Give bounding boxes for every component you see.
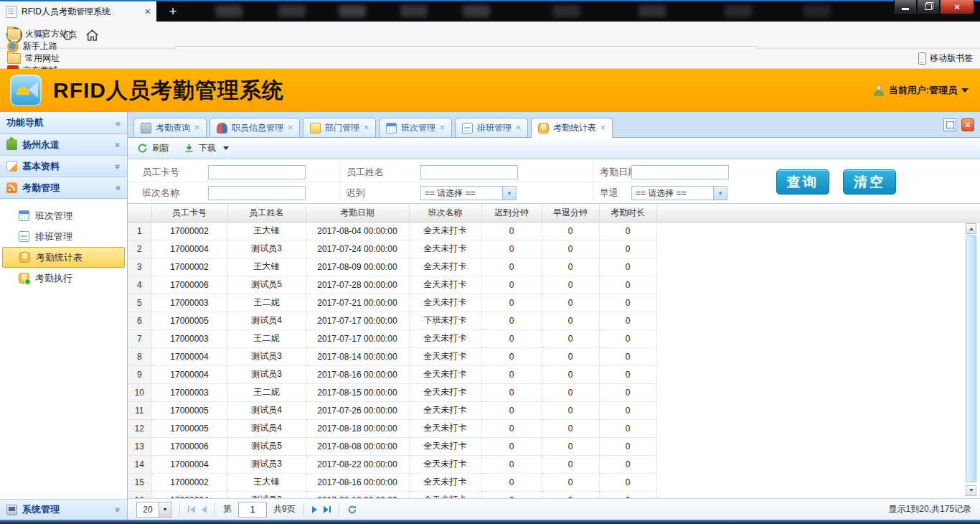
cell-card: 17000003 xyxy=(151,294,227,312)
table-row[interactable]: 10 17000003 王二妮 2017-08-15 00:00:00 全天未打… xyxy=(128,383,980,401)
col-date[interactable]: 考勤日期 xyxy=(306,204,409,222)
cell-rownum: 8 xyxy=(128,347,151,365)
col-dur[interactable]: 考勤时长 xyxy=(599,204,656,222)
vertical-scrollbar[interactable] xyxy=(966,223,976,496)
first-page-button[interactable] xyxy=(188,506,195,513)
table-row[interactable]: 1 17000002 王大锤 2017-08-04 00:00:00 全天未打卡… xyxy=(128,222,980,240)
col-card[interactable]: 员工卡号 xyxy=(151,204,227,222)
date-input[interactable] xyxy=(631,165,729,179)
name-input[interactable] xyxy=(420,165,518,179)
sidebar-item[interactable]: 排班管理 xyxy=(0,226,127,247)
cell-card: 17000004 xyxy=(151,491,227,498)
cell-late: 0 xyxy=(481,258,542,276)
document-tab[interactable]: 部门管理 xyxy=(303,118,376,138)
col-late[interactable]: 迟到分钟 xyxy=(481,204,542,222)
clear-button[interactable]: 清空 xyxy=(843,169,896,195)
prev-page-button[interactable] xyxy=(202,506,207,513)
results-table: 员工卡号 员工姓名 考勤日期 班次名称 迟到分钟 早退分钟 考勤时长 1 170… xyxy=(128,204,980,498)
card-label: 员工卡号 xyxy=(142,165,179,179)
close-all-tabs-icon[interactable] xyxy=(961,118,974,131)
document-tab[interactable]: 班次管理 xyxy=(379,118,452,138)
fullscreen-icon[interactable] xyxy=(943,118,956,131)
bookmark-icon xyxy=(7,53,21,64)
table-row[interactable]: 9 17000004 测试员3 2017-08-16 00:00:00 全天未打… xyxy=(128,365,980,383)
download-button[interactable]: 下载 xyxy=(184,142,229,154)
col-early[interactable]: 早退分钟 xyxy=(542,204,599,222)
table-row[interactable]: 8 17000004 测试员3 2017-08-14 00:00:00 全天未打… xyxy=(128,347,980,365)
last-page-button[interactable] xyxy=(324,506,331,513)
document-tab[interactable]: 考勤查询 xyxy=(133,118,207,138)
table-row[interactable]: 3 17000002 王大锤 2017-08-09 00:00:00 全天未打卡… xyxy=(128,258,980,276)
bookmark-item[interactable]: 新手上路 xyxy=(7,40,100,52)
browser-tab[interactable]: RFID人员考勤管理系统 xyxy=(0,1,156,22)
scrollbar-thumb[interactable] xyxy=(966,235,976,482)
document-tab[interactable]: 职员信息管理 xyxy=(209,118,300,138)
chevron-down-icon[interactable] xyxy=(159,502,171,518)
card-input[interactable] xyxy=(208,165,306,179)
cell-shift: 全天未打卡 xyxy=(409,222,481,240)
scroll-up-icon[interactable] xyxy=(966,223,976,234)
bookmarks-bar: 火狐官方站点新手上路常用网址京东商城来自 微软 IE 浏览器 移动版书签 xyxy=(0,49,980,69)
main-area: 功能导航 扬州永道 基本资料 考勤管理 班次管 xyxy=(0,112,980,520)
page-size-select[interactable]: 20 xyxy=(136,502,171,518)
sidebar-group[interactable]: 基本资料 xyxy=(0,156,127,177)
tab-label: 考勤查询 xyxy=(156,122,190,134)
sidebar-item[interactable]: 考勤统计表 xyxy=(2,247,125,268)
table-row[interactable]: 13 17000006 测试员5 2017-08-08 00:00:00 全天未… xyxy=(128,437,980,455)
query-button[interactable]: 查询 xyxy=(776,169,829,195)
bookmark-item[interactable]: 常用网址 xyxy=(7,52,100,65)
filter-form: 员工卡号 员工姓名 考勤日期 班次名称 迟到 == 请选择 == 早退 == 请… xyxy=(128,159,980,204)
new-tab-button[interactable] xyxy=(164,4,182,19)
bookmark-item[interactable]: 火狐官方站点 xyxy=(7,28,100,40)
tab-label: 考勤统计表 xyxy=(553,122,596,134)
tab-close-icon[interactable] xyxy=(145,6,151,17)
tab-close-icon[interactable] xyxy=(600,123,606,133)
restore-button[interactable] xyxy=(917,0,940,14)
current-user-menu[interactable]: 当前用户:管理员 xyxy=(873,84,969,97)
mobile-bookmarks[interactable]: 移动版书签 xyxy=(918,52,973,65)
next-page-button[interactable] xyxy=(312,506,317,513)
tab-close-icon[interactable] xyxy=(194,123,199,133)
table-row[interactable]: 6 17000005 测试员4 2017-07-17 00:00:00 下班未打… xyxy=(128,312,980,329)
tab-close-icon[interactable] xyxy=(364,123,369,133)
sidebar-item[interactable]: 考勤执行 xyxy=(0,268,127,289)
col-name[interactable]: 员工姓名 xyxy=(227,204,306,222)
sidebar-item[interactable]: 班次管理 xyxy=(0,205,127,226)
table-row[interactable]: 5 17000003 王二妮 2017-07-21 00:00:00 全天未打卡… xyxy=(128,294,980,312)
close-window-button[interactable] xyxy=(940,0,974,14)
table-row[interactable]: 15 17000002 王大锤 2017-08-16 00:00:00 全天未打… xyxy=(128,473,980,491)
col-shift[interactable]: 班次名称 xyxy=(409,204,481,222)
reload-grid-icon[interactable] xyxy=(347,505,357,515)
collapse-sidebar-icon[interactable] xyxy=(116,118,121,128)
tab-close-icon[interactable] xyxy=(440,123,445,133)
sidebar-footer-system[interactable]: 系统管理 xyxy=(0,499,127,520)
cell-name: 测试员3 xyxy=(227,347,306,365)
table-row[interactable]: 14 17000004 测试员3 2017-08-22 00:00:00 全天未… xyxy=(128,455,980,473)
late-select[interactable]: == 请选择 == xyxy=(420,186,517,200)
tab-close-icon[interactable] xyxy=(288,123,293,133)
table-row[interactable]: 12 17000005 测试员4 2017-08-18 00:00:00 全天未… xyxy=(128,419,980,437)
page-number-input[interactable] xyxy=(238,502,267,518)
sidebar-group[interactable]: 扬州永道 xyxy=(0,134,127,156)
minimize-button[interactable] xyxy=(894,0,917,14)
cell-card: 17000005 xyxy=(151,419,227,437)
scroll-down-icon[interactable] xyxy=(966,485,976,496)
tab-label: 排班管理 xyxy=(477,122,512,134)
cell-shift: 全天未打卡 xyxy=(409,455,481,473)
early-select[interactable]: == 请选择 == xyxy=(631,186,727,200)
cell-card: 17000006 xyxy=(151,437,227,455)
shift-input[interactable] xyxy=(208,186,306,200)
tab-close-icon[interactable] xyxy=(516,123,521,133)
refresh-button[interactable]: 刷新 xyxy=(137,142,169,154)
table-row[interactable]: 2 17000004 测试员3 2017-07-24 00:00:00 全天未打… xyxy=(128,240,980,258)
table-row[interactable]: 11 17000005 测试员4 2017-07-26 00:00:00 全天未… xyxy=(128,401,980,419)
document-tab[interactable]: 考勤统计表 xyxy=(531,118,613,138)
cell-early: 0 xyxy=(542,419,599,437)
sidebar-group[interactable]: 考勤管理 xyxy=(0,177,127,199)
table-row[interactable]: 7 17000003 王二妮 2017-07-17 00:00:00 全天未打卡… xyxy=(128,329,980,347)
document-tab[interactable]: 排班管理 xyxy=(455,118,528,138)
table-row[interactable]: 4 17000006 测试员5 2017-07-28 00:00:00 全天未打… xyxy=(128,276,980,294)
cell-dur: 0 xyxy=(599,276,656,294)
user-icon xyxy=(873,85,885,96)
table-row[interactable]: 16 17000004 测试员3 2017-08-12 00:00:00 全天未… xyxy=(128,491,980,498)
